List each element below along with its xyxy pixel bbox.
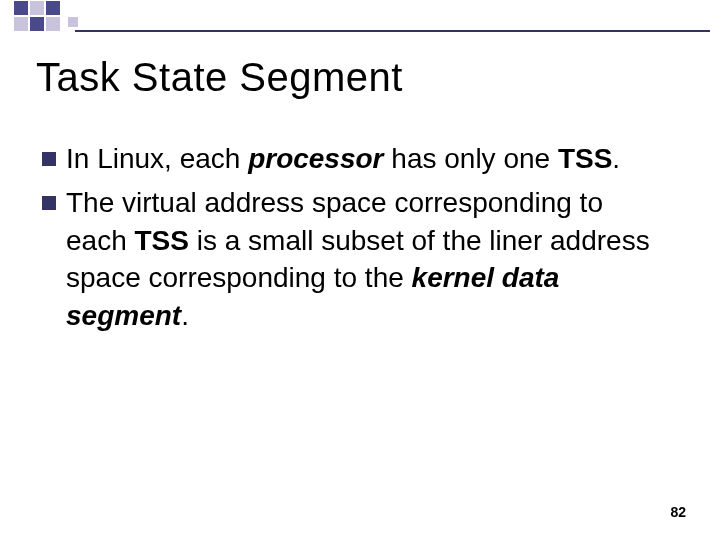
bullet-item: In Linux, each processor has only one TS… bbox=[42, 140, 670, 178]
slide-content: In Linux, each processor has only one TS… bbox=[42, 140, 670, 341]
slide-title: Task State Segment bbox=[36, 55, 403, 100]
bullet-square-icon bbox=[42, 196, 56, 210]
bullet-text: The virtual address space corresponding … bbox=[66, 184, 670, 335]
page-number: 82 bbox=[670, 504, 686, 520]
bullet-square-icon bbox=[42, 152, 56, 166]
bullet-text: In Linux, each processor has only one TS… bbox=[66, 140, 620, 178]
bullet-item: The virtual address space corresponding … bbox=[42, 184, 670, 335]
slide-decoration bbox=[0, 0, 720, 40]
